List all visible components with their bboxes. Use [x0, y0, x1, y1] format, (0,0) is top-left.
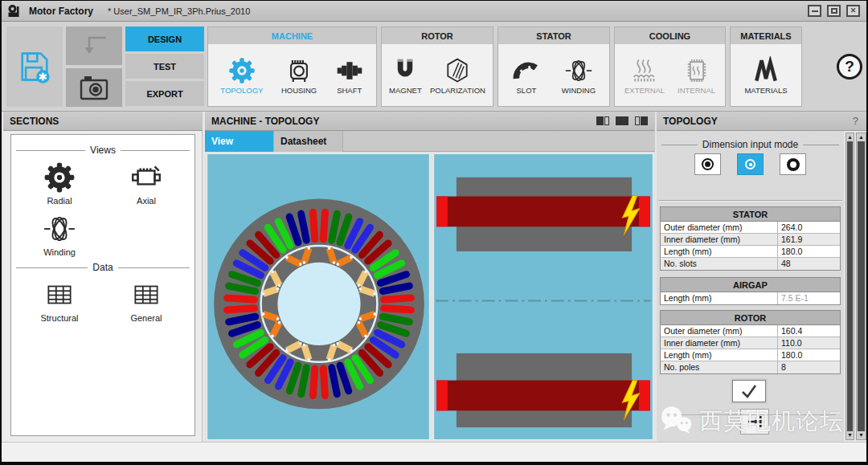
- toolbar-item-winding[interactable]: WINDING: [562, 56, 596, 95]
- apply-button[interactable]: [732, 380, 766, 402]
- topology-panel-title: TOPOLOGY: [663, 116, 718, 127]
- slot-icon: [512, 56, 541, 85]
- param-label: Length (mm): [661, 349, 778, 361]
- section-item-radial[interactable]: Radial: [16, 161, 103, 206]
- export-arrow-button[interactable]: [740, 409, 769, 434]
- panel-scrollbar[interactable]: ▲ ▼: [845, 133, 854, 440]
- param-value-field[interactable]: 180.0: [778, 246, 840, 257]
- topology-panel: Dimension input mode STATOROuter diamete…: [657, 131, 844, 442]
- sections-group-label-views: Views: [16, 145, 190, 156]
- param-label: Inner diameter (mm): [661, 337, 778, 349]
- titlebar: Motor Factory * User_SM_PM_IR_3Ph.Prius_…: [2, 1, 866, 22]
- param-label: No. slots: [661, 258, 778, 270]
- toolbar-groups: MACHINETOPOLOGYHOUSINGSHAFTROTORMAGNETPO…: [207, 27, 802, 107]
- param-label: Length (mm): [661, 246, 778, 257]
- checkmark-icon: [739, 382, 760, 400]
- param-value-field[interactable]: 48: [778, 258, 840, 270]
- sections-group-label-data: Data: [16, 262, 190, 273]
- motor-factory-window: Motor Factory * User_SM_PM_IR_3Ph.Prius_…: [0, 0, 868, 465]
- split-left-icon[interactable]: [596, 116, 610, 128]
- table-header-rotor: ROTOR: [661, 311, 840, 325]
- toolbar-item-internal[interactable]: INTERNAL: [678, 56, 715, 95]
- param-value-field[interactable]: 110.0: [778, 337, 840, 349]
- airgap-table: AIRGAPLength (mm)7.5 E-1: [660, 277, 841, 305]
- window-scrollbar[interactable]: ▲ ▼: [856, 133, 866, 440]
- toolbar-group-header: MATERIALS: [731, 27, 801, 44]
- sections-panel-header: SECTIONS: [3, 112, 203, 131]
- section-item-axial[interactable]: Axial: [103, 161, 190, 206]
- table-row: No. slots48: [661, 258, 840, 270]
- split-right-icon[interactable]: [634, 116, 649, 128]
- general-table-icon: [129, 278, 163, 312]
- design-mode-button[interactable]: DESIGN: [125, 27, 204, 51]
- separator: [661, 414, 836, 415]
- main-panel-title: MACHINE - TOPOLOGY: [211, 116, 319, 127]
- app-title: Motor Factory: [29, 6, 93, 17]
- radio-ring-icon[interactable]: [780, 153, 806, 175]
- undo-button[interactable]: [66, 27, 122, 65]
- param-value-field[interactable]: 180.0: [778, 349, 840, 361]
- radio-blue-icon[interactable]: [737, 153, 764, 175]
- topology-help[interactable]: ?: [853, 115, 858, 127]
- param-value-field[interactable]: 264.0: [778, 222, 840, 233]
- table-row: Inner diameter (mm)110.0: [661, 337, 840, 349]
- toolbar-item-magnet[interactable]: MAGNET: [389, 56, 422, 95]
- axial-view-canvas[interactable]: [433, 153, 653, 440]
- param-value-field[interactable]: 8: [778, 361, 840, 373]
- toolbar-group-cooling: COOLINGEXTERNALINTERNAL: [614, 27, 726, 107]
- toolbar-item-polarization[interactable]: POLARIZATION: [430, 56, 485, 95]
- housing-icon: [285, 56, 313, 85]
- dimension-input-mode-label: Dimension input mode: [661, 139, 839, 150]
- radio-filled-icon[interactable]: [694, 153, 721, 175]
- radial-view-icon: [43, 161, 76, 194]
- close-button[interactable]: ✕: [846, 5, 860, 17]
- section-item-structural[interactable]: Structural: [16, 278, 103, 323]
- radial-view-canvas[interactable]: [207, 153, 430, 440]
- test-mode-button[interactable]: TEST: [125, 54, 204, 79]
- toolbar-item-topology[interactable]: TOPOLOGY: [220, 56, 263, 95]
- table-row: Outer diameter (mm)160.4: [661, 325, 840, 337]
- toolbar: DESIGN TEST EXPORT MACHINETOPOLOGYHOUSIN…: [2, 22, 866, 112]
- param-value-field[interactable]: 161.9: [778, 234, 840, 245]
- polarization-icon: [443, 56, 472, 85]
- tab-view[interactable]: View: [205, 131, 274, 152]
- full-view-icon[interactable]: [615, 116, 629, 128]
- external-cooling-icon: [630, 56, 659, 85]
- minimize-button[interactable]: [808, 5, 821, 17]
- toolbar-group-materials: MATERIALSMATERIALS: [730, 27, 802, 107]
- section-item-winding[interactable]: Winding: [16, 212, 103, 257]
- minimize-icon: [812, 10, 818, 12]
- export-mode-button[interactable]: EXPORT: [125, 81, 204, 106]
- table-header-stator: STATOR: [661, 207, 840, 222]
- help-button[interactable]: ?: [837, 54, 862, 80]
- param-value-field[interactable]: 160.4: [778, 325, 840, 337]
- param-label: Outer diameter (mm): [661, 222, 778, 233]
- save-button[interactable]: [6, 27, 63, 107]
- tab-datasheet[interactable]: Datasheet: [274, 131, 343, 152]
- toolbar-item-slot[interactable]: SLOT: [512, 56, 541, 95]
- section-item-general[interactable]: General: [103, 278, 190, 323]
- topology-icon: [227, 56, 256, 85]
- toolbar-item-external[interactable]: EXTERNAL: [624, 56, 665, 95]
- maximize-button[interactable]: [827, 5, 841, 17]
- internal-cooling-icon: [682, 56, 711, 85]
- toolbar-item-shaft[interactable]: SHAFT: [335, 56, 364, 95]
- sections-panel-title: SECTIONS: [10, 116, 59, 127]
- arrow-into-bar-icon: [747, 414, 763, 429]
- maximize-icon: [831, 8, 837, 14]
- toolbar-group-header: COOLING: [615, 27, 725, 44]
- toolbar-group-header: STATOR: [498, 27, 609, 44]
- table-row: Length (mm)180.0: [661, 246, 840, 258]
- table-row: No. poles8: [661, 361, 840, 373]
- undo-arrow-icon: [77, 31, 111, 60]
- dimension-input-mode-buttons: [657, 153, 844, 175]
- stator-table: STATOROuter diameter (mm)264.0Inner diam…: [660, 206, 841, 271]
- snapshot-button[interactable]: [66, 68, 122, 107]
- magnet-icon: [391, 56, 420, 85]
- toolbar-item-materials[interactable]: MATERIALS: [744, 56, 787, 95]
- toolbar-item-housing[interactable]: HOUSING: [281, 56, 317, 95]
- sections-panel: ViewsRadialAxialWindingDataStructuralGen…: [3, 131, 203, 442]
- param-label: Inner diameter (mm): [661, 234, 778, 245]
- structural-table-icon: [43, 278, 76, 312]
- main-panel-header: MACHINE - TOPOLOGY: [205, 112, 655, 131]
